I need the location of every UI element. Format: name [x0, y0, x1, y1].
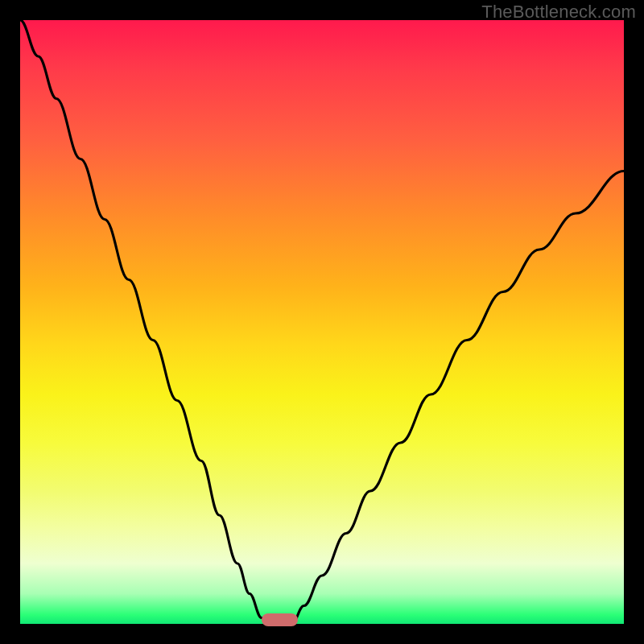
left-curve-path: [20, 20, 268, 624]
watermark-text: TheBottleneck.com: [481, 2, 636, 23]
page-root: TheBottleneck.com: [0, 0, 644, 644]
right-curve-path: [292, 171, 625, 625]
chart-area: [20, 20, 624, 624]
bottleneck-marker: [262, 613, 298, 626]
curve-layer: [20, 20, 624, 624]
